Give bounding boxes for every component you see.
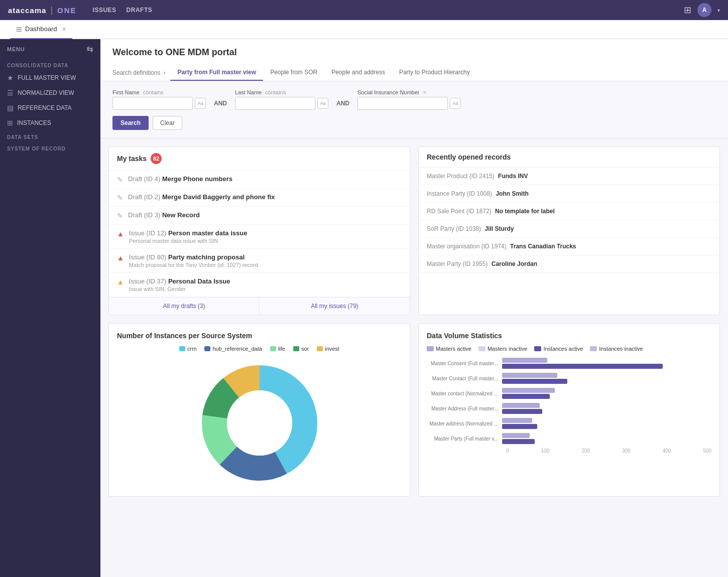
bar-label-1: Master Consent (Full master... bbox=[427, 361, 502, 366]
sin-label: Social Insurance Number = bbox=[357, 89, 461, 95]
sidebar-item-instances[interactable]: ⊞ INSTANCES bbox=[0, 115, 100, 130]
x-label-400: 400 bbox=[663, 448, 671, 454]
x-axis: 0 100 200 300 400 500 bbox=[506, 448, 711, 454]
bar-group-6 bbox=[502, 433, 711, 444]
logo-text: ataccama bbox=[8, 6, 46, 15]
last-name-type-icon[interactable]: Aa bbox=[317, 98, 328, 109]
donut-svg bbox=[194, 358, 325, 488]
last-name-field-group: Last Name contains Aa bbox=[235, 89, 328, 110]
sidebar-section-sor: SYSTEM OF RECORD bbox=[0, 142, 100, 154]
last-name-input[interactable] bbox=[235, 97, 315, 110]
tab-dashboard[interactable]: ⊞ Dashboard × bbox=[10, 20, 72, 39]
bar-label-3: Master contact (Normalized ... bbox=[427, 391, 502, 396]
task-content-3: Draft (ID 3) New Record bbox=[128, 211, 200, 219]
sin-input[interactable] bbox=[357, 97, 448, 110]
search-tab-party-product[interactable]: Party to Product Hierarchy bbox=[392, 65, 477, 81]
legend-dot-invest bbox=[317, 346, 323, 351]
task-item-2[interactable]: ✎ Draft (ID 2) Merge David Baggerly and … bbox=[109, 189, 410, 207]
data-volume-card: Data Volume Statistics Masters active Ma… bbox=[418, 323, 720, 497]
task-item-6[interactable]: ▲ Issue (ID 37) Personal Data Issue Issu… bbox=[109, 273, 410, 297]
task-item-1[interactable]: ✎ Draft (ID 4) Merge Phone numbers bbox=[109, 171, 410, 189]
all-issues-button[interactable]: All my issues (79) bbox=[260, 297, 410, 315]
nav-right: ⊞ A ▾ bbox=[684, 3, 720, 17]
task-content-4: Issue (ID 12) Person master data issue P… bbox=[129, 229, 248, 244]
instances-chart-title: Number of Instances per Source System bbox=[117, 332, 402, 340]
logo-one: ONE bbox=[57, 6, 77, 15]
bar-row-6: Master Party (Full master v... bbox=[427, 433, 711, 444]
sidebar-full-master-label: FULL MASTER VIEW bbox=[18, 74, 76, 81]
grid-icon[interactable]: ⊞ bbox=[684, 5, 691, 16]
logo-separator: | bbox=[50, 5, 53, 16]
search-tab-party-full[interactable]: Party from Full master view bbox=[170, 65, 263, 81]
record-item-3[interactable]: RD Sale Point (ID 1872) No template for … bbox=[419, 203, 719, 220]
bar-row-5: Master address (Normalized ... bbox=[427, 418, 711, 429]
and-label-1: AND bbox=[211, 100, 230, 107]
nav-links: ISSUES DRAFTS bbox=[93, 7, 153, 14]
record-item-6[interactable]: Master Party (ID 1955) Caroline Jordan bbox=[419, 255, 719, 273]
record-item-4[interactable]: SoR Party (ID 1038) Jill Sturdy bbox=[419, 220, 719, 238]
sidebar-item-normalized[interactable]: ☰ NORMALIZED VIEW bbox=[0, 85, 100, 100]
all-drafts-button[interactable]: All my drafts (3) bbox=[109, 297, 260, 315]
task-name-3: New Record bbox=[162, 211, 200, 219]
task-sub-5: Match proposal for the Tony Vimber (id: … bbox=[129, 262, 260, 268]
search-button[interactable]: Search bbox=[112, 116, 149, 130]
bar-group-2 bbox=[502, 373, 711, 384]
nav-issues[interactable]: ISSUES bbox=[93, 7, 116, 14]
bar-label-2: Master Contact (Full master... bbox=[427, 376, 502, 381]
sidebar-toggle[interactable]: ⇆ bbox=[86, 44, 93, 54]
bar-masters-active-6 bbox=[502, 433, 530, 438]
task-content-6: Issue (ID 37) Personal Data Issue Issue … bbox=[129, 277, 230, 292]
x-label-0: 0 bbox=[506, 448, 509, 454]
record-prefix-5: Master organisation (ID 1974) bbox=[427, 243, 507, 250]
star-icon: ★ bbox=[7, 74, 14, 82]
task-name-1: Merge Phone numbers bbox=[162, 175, 232, 183]
dashboard-tab-icon: ⊞ bbox=[16, 25, 22, 33]
search-fields: First Name contains Aa AND Last Name con… bbox=[112, 89, 716, 110]
bar-legend-masters-inactive: Masters inactive bbox=[478, 346, 527, 352]
sidebar-item-reference[interactable]: ▤ REFERENCE DATA bbox=[0, 100, 100, 115]
draft-icon-1: ✎ bbox=[117, 176, 123, 184]
task-item-4[interactable]: ▲ Issue (ID 12) Person master data issue… bbox=[109, 225, 410, 249]
legend-dot-masters-active bbox=[427, 346, 434, 351]
legend-label-masters-active: Masters active bbox=[436, 346, 471, 352]
clear-button[interactable]: Clear bbox=[153, 116, 182, 130]
logo: ataccama | ONE bbox=[8, 5, 77, 16]
task-prefix-5: Issue (ID 80) bbox=[129, 253, 166, 261]
sidebar-item-full-master[interactable]: ★ FULL MASTER VIEW bbox=[0, 70, 100, 85]
instances-chart-card: Number of Instances per Source System cr… bbox=[108, 323, 410, 497]
search-tab-people-address[interactable]: People and address bbox=[324, 65, 392, 81]
bar-masters-active-2 bbox=[502, 373, 557, 378]
avatar-button[interactable]: A bbox=[697, 3, 711, 17]
tab-close-icon[interactable]: × bbox=[62, 25, 66, 33]
bar-instances-active-5 bbox=[502, 424, 537, 429]
draft-icon-2: ✎ bbox=[117, 194, 123, 202]
legend-label-invest: invest bbox=[325, 346, 339, 352]
record-name-3: No template for label bbox=[495, 208, 555, 215]
first-name-input-wrap: Aa bbox=[112, 97, 206, 110]
record-item-5[interactable]: Master organisation (ID 1974) Trans Cana… bbox=[419, 238, 719, 255]
draft-icon-3: ✎ bbox=[117, 212, 123, 220]
bar-row-2: Master Contact (Full master... bbox=[427, 373, 711, 384]
record-item-2[interactable]: Instance Party (ID 1008) John Smith bbox=[419, 185, 719, 203]
data-volume-title: Data Volume Statistics bbox=[427, 332, 711, 340]
nav-drafts[interactable]: DRAFTS bbox=[127, 7, 153, 14]
search-tab-people-sor[interactable]: People from SOR bbox=[263, 65, 324, 81]
task-name-6: Personal Data Issue bbox=[168, 277, 230, 285]
record-prefix-2: Instance Party (ID 1008) bbox=[427, 190, 492, 197]
x-label-500: 500 bbox=[703, 448, 711, 454]
first-name-modifier: contains bbox=[143, 89, 164, 95]
sin-type-icon[interactable]: Aa bbox=[450, 98, 461, 109]
record-name-1: Funds INV bbox=[498, 173, 528, 180]
x-label-200: 200 bbox=[581, 448, 590, 454]
bar-masters-active-5 bbox=[502, 418, 532, 423]
issue-red-icon-1: ▲ bbox=[117, 230, 124, 238]
task-item-3[interactable]: ✎ Draft (ID 3) New Record bbox=[109, 207, 410, 225]
legend-sor: sor bbox=[293, 346, 309, 352]
record-item-1[interactable]: Master Product (ID 2415) Funds INV bbox=[419, 168, 719, 185]
sin-field-group: Social Insurance Number = Aa bbox=[357, 89, 461, 110]
bar-masters-active-4 bbox=[502, 403, 540, 408]
legend-dot-sor bbox=[293, 346, 299, 351]
first-name-input[interactable] bbox=[112, 97, 193, 110]
first-name-type-icon[interactable]: Aa bbox=[195, 98, 206, 109]
task-item-5[interactable]: ▲ Issue (ID 80) Party matching proposal … bbox=[109, 249, 410, 273]
